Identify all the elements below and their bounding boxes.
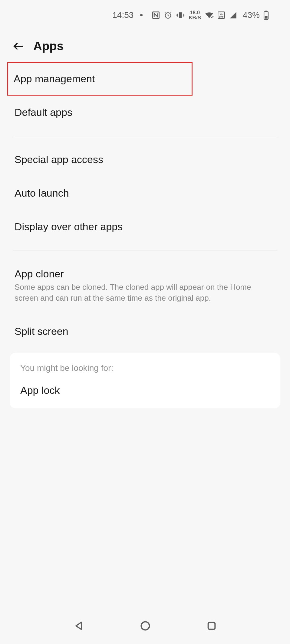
- vibrate-icon: [176, 11, 185, 19]
- status-time: 14:53: [112, 10, 133, 20]
- status-bar: 14:53 18.0 KB/S: [9, 0, 281, 27]
- menu-default-apps[interactable]: Default apps: [13, 96, 277, 129]
- nav-home-button[interactable]: [140, 620, 151, 631]
- menu-label: Split screen: [15, 325, 68, 337]
- svg-rect-2: [179, 12, 182, 18]
- menu-app-management[interactable]: App management: [7, 62, 193, 96]
- suggestion-app-lock[interactable]: App lock: [20, 384, 270, 396]
- divider: [13, 136, 277, 136]
- nfc-icon: [152, 11, 160, 19]
- battery-percent: 43%: [243, 10, 260, 20]
- svg-point-4: [213, 16, 214, 17]
- svg-text:Vo: Vo: [220, 13, 222, 15]
- suggestion-card: You might be looking for: App lock: [10, 353, 280, 408]
- suggestion-label: You might be looking for:: [20, 363, 270, 373]
- volte-icon: Vo LTE: [217, 11, 225, 19]
- divider: [13, 250, 277, 250]
- battery-icon: [263, 11, 269, 20]
- back-arrow-icon[interactable]: [12, 40, 25, 53]
- svg-rect-12: [208, 623, 215, 629]
- svg-rect-10: [265, 16, 267, 18]
- nav-back-button[interactable]: [73, 620, 84, 631]
- menu-label: Display over other apps: [15, 221, 123, 232]
- menu-label: Auto launch: [15, 187, 69, 199]
- menu-split-screen[interactable]: Split screen: [13, 315, 277, 348]
- svg-rect-9: [265, 11, 267, 11]
- menu-label: App management: [14, 73, 95, 84]
- menu-auto-launch[interactable]: Auto launch: [13, 176, 277, 210]
- page-header: Apps: [9, 27, 281, 62]
- status-dot-icon: [140, 14, 143, 16]
- menu-label: Default apps: [15, 106, 72, 118]
- data-speed: 18.0 KB/S: [189, 10, 201, 20]
- menu-label: App cloner: [15, 268, 64, 280]
- menu-display-over-other-apps[interactable]: Display over other apps: [13, 210, 277, 244]
- suggestion-item-label: App lock: [20, 384, 60, 396]
- signal-icon: [229, 11, 237, 19]
- alarm-icon: [164, 11, 172, 19]
- wifi-icon: [205, 11, 214, 19]
- navigation-bar: [0, 608, 290, 644]
- menu-special-app-access[interactable]: Special app access: [13, 143, 277, 176]
- svg-point-11: [141, 622, 150, 630]
- svg-text:LTE: LTE: [219, 16, 223, 18]
- menu-app-cloner[interactable]: App cloner Some apps can be cloned. The …: [13, 257, 277, 315]
- menu-label: Special app access: [15, 154, 103, 165]
- nav-recents-button[interactable]: [206, 621, 217, 631]
- menu-subtitle: Some apps can be cloned. The cloned app …: [15, 282, 275, 304]
- page-title: Apps: [33, 39, 64, 53]
- svg-point-3: [211, 17, 213, 18]
